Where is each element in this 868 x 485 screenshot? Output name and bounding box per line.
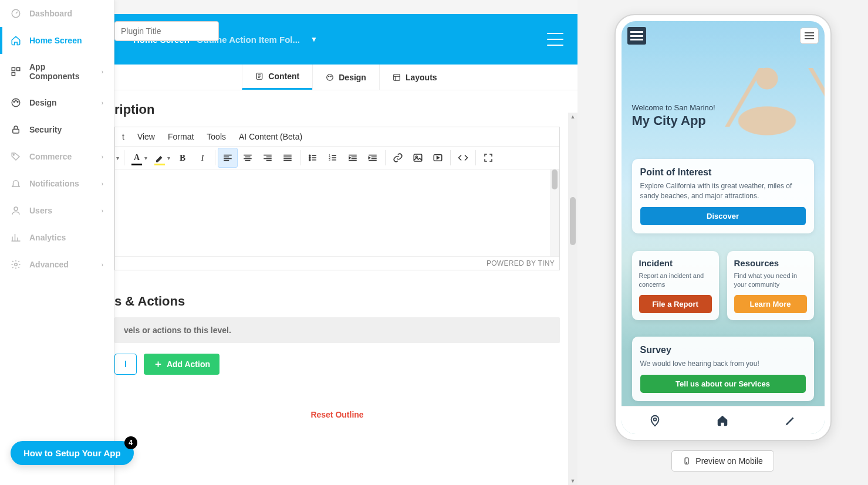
menu-view[interactable]: View	[137, 132, 155, 141]
chevron-right-icon: ›	[102, 69, 103, 75]
svg-rect-3	[12, 73, 15, 76]
add-level-button[interactable]: l	[114, 354, 137, 375]
main-content: ription t View Format Tools AI Content (…	[114, 90, 577, 485]
header-menu-button[interactable]	[547, 33, 563, 46]
separator	[450, 150, 451, 165]
home-icon[interactable]	[716, 414, 729, 427]
menu-ai-content[interactable]: AI Content (Beta)	[239, 132, 302, 141]
phone-navbar	[622, 406, 825, 434]
design-icon	[326, 73, 334, 82]
sidebar-item-advanced[interactable]: Advanced ›	[0, 251, 114, 278]
survey-button[interactable]: Tell us about our Services	[640, 375, 806, 393]
svg-text:3: 3	[329, 158, 330, 161]
bullet-list-button[interactable]	[303, 148, 323, 168]
outdent-button[interactable]	[343, 148, 363, 168]
app-title: My City App	[632, 113, 715, 128]
align-justify-button[interactable]	[278, 148, 298, 168]
chevron-right-icon: ›	[102, 154, 103, 160]
tab-design[interactable]: Design	[312, 65, 379, 90]
separator	[124, 150, 124, 165]
svg-point-10	[14, 207, 18, 211]
text-color-button[interactable]: A	[127, 148, 147, 168]
palette-icon	[11, 97, 21, 108]
help-setup-button[interactable]: How to Setup Your App 4	[11, 441, 134, 465]
align-right-button[interactable]	[258, 148, 278, 168]
tab-content[interactable]: Content	[242, 65, 312, 90]
align-left-button[interactable]	[218, 148, 238, 168]
italic-button[interactable]: I	[192, 148, 212, 168]
label: Security	[29, 125, 62, 134]
editor-scrollbar[interactable]	[550, 169, 559, 256]
svg-point-19	[309, 160, 310, 161]
add-action-button[interactable]: ＋Add Action	[144, 354, 219, 375]
scroll-thumb[interactable]	[570, 197, 576, 245]
highlight-button[interactable]	[150, 148, 170, 168]
card-body: Explore California with its great weathe…	[640, 181, 806, 201]
tab-label: Content	[268, 72, 299, 81]
video-button[interactable]	[428, 148, 448, 168]
preview-pane: Welcome to San Marino! My City App Point…	[577, 0, 868, 485]
main-scrollbar[interactable]: ▲ ▼	[568, 113, 577, 485]
sidebar-item-users[interactable]: Users ›	[0, 197, 114, 224]
image-button[interactable]	[408, 148, 428, 168]
number-list-button[interactable]: 123	[323, 148, 343, 168]
svg-point-9	[13, 154, 14, 155]
plugin-title-input[interactable]	[114, 21, 219, 41]
label: Dashboard	[29, 9, 72, 18]
format-dropdown[interactable]: ▾	[116, 155, 119, 161]
separator	[215, 150, 215, 165]
discover-button[interactable]: Discover	[640, 207, 806, 225]
tag-icon	[11, 151, 21, 162]
svg-point-5	[13, 101, 15, 103]
bold-button[interactable]: B	[173, 148, 192, 168]
sidebar-item-notifications[interactable]: Notifications ›	[0, 170, 114, 197]
indent-button[interactable]	[363, 148, 383, 168]
lock-icon	[11, 124, 21, 135]
code-button[interactable]	[453, 148, 473, 168]
levels-heading: s & Actions	[114, 294, 560, 309]
fullscreen-button[interactable]	[478, 148, 498, 168]
card-resources: Resources Find what you need in your com…	[727, 251, 814, 320]
sidebar-item-analytics[interactable]: Analytics	[0, 224, 114, 251]
file-report-button[interactable]: File a Report	[639, 295, 712, 313]
app-menu-button[interactable]	[800, 28, 819, 44]
card-incident: Incident Report an incident and concerns…	[632, 251, 719, 320]
scroll-down-icon[interactable]: ▼	[570, 478, 576, 484]
gauge-icon	[11, 8, 21, 19]
reset-outline-link[interactable]: Reset Outline	[114, 410, 560, 419]
phone-frame: Welcome to San Marino! My City App Point…	[614, 14, 832, 441]
label: Notifications	[29, 179, 79, 188]
pencil-icon[interactable]	[784, 414, 797, 427]
sidebar-item-commerce[interactable]: Commerce ›	[0, 143, 114, 170]
tab-layouts[interactable]: Layouts	[379, 65, 450, 90]
card-title: Survey	[640, 345, 806, 355]
levels-section: s & Actions vels or actions to this leve…	[114, 294, 560, 419]
label: Design	[29, 98, 57, 107]
menu-format[interactable]: Format	[168, 132, 194, 141]
svg-point-14	[329, 76, 329, 76]
sidebar-item-security[interactable]: Security	[0, 116, 114, 143]
preview-on-mobile-button[interactable]: Preview on Mobile	[671, 450, 774, 472]
editor-textarea[interactable]	[115, 169, 559, 256]
learn-more-button[interactable]: Learn More	[734, 295, 807, 313]
align-center-button[interactable]	[238, 148, 258, 168]
tab-label: Layouts	[406, 73, 437, 82]
svg-point-7	[17, 101, 18, 103]
scroll-up-icon[interactable]: ▲	[570, 114, 576, 120]
caret-down-icon[interactable]: ▼	[310, 35, 318, 43]
wysiwyg-editor: t View Format Tools AI Content (Beta) ▾ …	[114, 127, 560, 270]
sidebar-item-app-components[interactable]: App Components ›	[0, 54, 114, 89]
menu-edit[interactable]: t	[122, 132, 124, 141]
card-body: Report an incident and concerns	[639, 272, 712, 289]
sidebar-item-dashboard[interactable]: Dashboard	[0, 0, 114, 27]
card-poi: Point of Interest Explore California wit…	[632, 159, 814, 233]
help-label: How to Setup Your App	[23, 448, 121, 458]
hero-text: Welcome to San Marino! My City App	[632, 103, 715, 128]
link-button[interactable]	[388, 148, 408, 168]
pin-icon[interactable]	[649, 414, 661, 427]
sidebar-item-design[interactable]: Design ›	[0, 89, 114, 116]
levels-empty-message: vels or actions to this level.	[114, 317, 560, 343]
menu-tools[interactable]: Tools	[207, 132, 226, 141]
separator	[385, 150, 386, 165]
sidebar-item-home-screen[interactable]: Home Screen	[0, 27, 114, 54]
